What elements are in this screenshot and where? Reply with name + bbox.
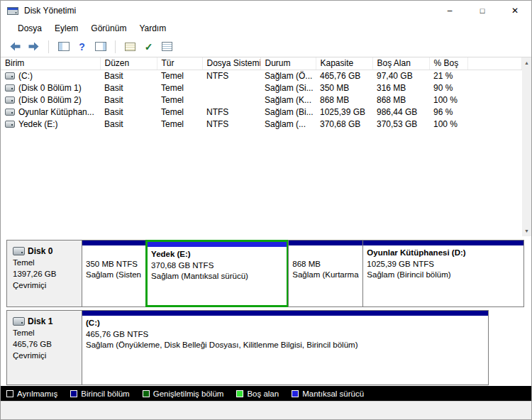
legend-item-bos-alan: Boş alan — [236, 389, 279, 398]
column-header-tur[interactable]: Tür — [157, 57, 202, 70]
partition-title: Oyunlar Kütüphanesi (D:) — [367, 248, 520, 259]
status-bar — [1, 401, 531, 419]
scroll-down-icon[interactable]: ▼ — [522, 226, 531, 236]
menu-item-yardim[interactable]: Yardım — [133, 21, 172, 36]
partition-size: 350 MB NTFS — [86, 259, 142, 270]
legend-swatch — [236, 390, 243, 397]
disk1-band: Disk 1 Temel 465,76 GB Çevrimiçi (C:) 46… — [6, 310, 524, 385]
menu-item-dosya[interactable]: Dosya — [11, 21, 48, 36]
volume-icon — [5, 109, 15, 116]
legend-label: Ayrılmamış — [17, 389, 57, 398]
titlebar: Disk Yönetimi – □ ✕ — [1, 1, 531, 21]
column-header-birim[interactable]: Birim — [1, 57, 100, 70]
disk-capacity: 1397,26 GB — [13, 268, 79, 280]
action-pane-icon[interactable] — [93, 39, 108, 54]
disk-type: Temel — [13, 257, 79, 268]
app-icon — [7, 6, 18, 16]
partition-color-strip — [148, 242, 287, 247]
graphical-view-pane: Disk 0 Temel 1397,26 GB Çevrimiçi 350 MB… — [1, 236, 531, 386]
column-header-dosya-sistemi[interactable]: Dosya Sistemi — [202, 57, 260, 70]
table-row-disk0-bolum2[interactable]: (Disk 0 Bölüm 2) Basit Temel Sağlam (K..… — [1, 94, 522, 106]
partition-status: Sağlam (Sisten — [86, 270, 142, 281]
legend-swatch — [292, 390, 299, 397]
disk-status: Çevrimiçi — [13, 280, 79, 291]
volume-icon — [5, 121, 15, 128]
scroll-up-icon[interactable]: ▲ — [522, 57, 531, 68]
help-icon[interactable]: ? — [74, 39, 89, 54]
vertical-scrollbar[interactable]: ▲ ▼ — [522, 57, 531, 236]
disk-name: Disk 0 — [28, 246, 52, 256]
legend-label: Birincil bölüm — [81, 389, 129, 398]
partition-yedek-e[interactable]: Yedek (E:) 370,68 GB NTFS Sağlam (Mantık… — [145, 240, 289, 307]
legend-item-mantiksal: Mantıksal sürücü — [292, 389, 364, 398]
forward-icon[interactable] — [26, 39, 41, 54]
menu-item-eylem[interactable]: Eylem — [48, 21, 84, 36]
legend-label: Genişletilmiş bölüm — [153, 389, 224, 398]
legend-bar: Ayrılmamış Birincil bölüm Genişletilmiş … — [1, 386, 531, 401]
partition-size: 868 MB — [292, 259, 359, 270]
menu-item-gorunum[interactable]: Görünüm — [84, 21, 133, 36]
table-row-c[interactable]: (C:) Basit Temel NTFS Sağlam (Ö... 465,7… — [1, 70, 522, 82]
disk1-partition-area: (C:) 465,76 GB NTFS Sağlam (Önyükleme, D… — [82, 310, 524, 385]
column-header-bos-alan[interactable]: Boş Alan — [372, 57, 429, 70]
partition-color-strip — [82, 311, 488, 316]
column-header-duzen[interactable]: Düzen — [100, 57, 157, 70]
volume-cell: Yedek (E:) — [1, 118, 100, 130]
volume-icon — [5, 84, 15, 92]
console-tree-icon[interactable] — [56, 39, 71, 54]
maximize-button[interactable]: □ — [466, 1, 499, 21]
toolbar: ? ✓ — [1, 36, 531, 57]
disk0-info[interactable]: Disk 0 Temel 1397,26 GB Çevrimiçi — [6, 240, 82, 307]
window-title: Disk Yönetimi — [24, 6, 76, 16]
toolbar-separator — [115, 40, 116, 53]
disk-capacity: 465,76 GB — [13, 338, 79, 350]
partition-oyunlar-d[interactable]: Oyunlar Kütüphanesi (D:) 1025,39 GB NTFS… — [362, 240, 524, 307]
minimize-button[interactable]: – — [433, 1, 466, 21]
disk1-info[interactable]: Disk 1 Temel 465,76 GB Çevrimiçi — [6, 310, 82, 385]
volume-list-pane: Birim Düzen Tür Dosya Sistemi Durum Kapa… — [1, 57, 531, 236]
partition-title: (C:) — [86, 318, 484, 329]
partition-size: 1025,39 GB NTFS — [367, 259, 520, 270]
dialog-icon[interactable] — [123, 39, 138, 54]
column-header-kapasite[interactable]: Kapasite — [316, 57, 372, 70]
disk-icon — [13, 247, 25, 255]
volume-icon — [5, 96, 15, 104]
close-button[interactable]: ✕ — [499, 1, 531, 21]
disk-status: Çevrimiçi — [13, 350, 79, 361]
column-header-yuzde-bos[interactable]: % Boş — [429, 57, 467, 70]
disk-icon — [13, 317, 25, 326]
table-row-oyunlar[interactable]: Oyunlar Kütüphan... Basit Temel NTFS Sağ… — [1, 106, 522, 118]
partition-title — [292, 248, 359, 259]
partition-title: Yedek (E:) — [151, 249, 283, 260]
partition-area-filler — [489, 310, 524, 385]
partition-868mb-recovery[interactable]: 868 MB Sağlam (Kurtarma — [288, 240, 363, 307]
legend-swatch — [6, 390, 13, 397]
volume-cell: (Disk 0 Bölüm 2) — [1, 94, 100, 106]
partition-size: 465,76 GB NTFS — [86, 329, 484, 341]
partition-c[interactable]: (C:) 465,76 GB NTFS Sağlam (Önyükleme, D… — [82, 310, 489, 385]
window-controls: – □ ✕ — [433, 1, 531, 21]
check-icon[interactable]: ✓ — [141, 39, 156, 54]
column-header-durum[interactable]: Durum — [260, 57, 316, 70]
legend-item-genisletilmis: Genişletilmiş bölüm — [143, 389, 224, 398]
list-icon[interactable] — [160, 39, 174, 54]
table-row-yedek[interactable]: Yedek (E:) Basit Temel NTFS Sağlam (... … — [1, 118, 522, 130]
volume-cell: Oyunlar Kütüphan... — [1, 106, 100, 118]
toolbar-separator — [48, 40, 49, 53]
legend-label: Mantıksal sürücü — [302, 389, 364, 398]
partition-status: Sağlam (Mantıksal sürücü) — [151, 271, 283, 282]
table-header-row: Birim Düzen Tür Dosya Sistemi Durum Kapa… — [1, 57, 522, 70]
legend-item-ayrilmamis: Ayrılmamış — [6, 389, 57, 398]
volume-table: Birim Düzen Tür Dosya Sistemi Durum Kapa… — [1, 57, 522, 130]
disk-type: Temel — [13, 327, 79, 338]
legend-swatch — [143, 390, 150, 397]
menubar: Dosya Eylem Görünüm Yardım — [1, 21, 531, 36]
legend-item-birincil: Birincil bölüm — [70, 389, 129, 398]
legend-swatch — [70, 390, 77, 397]
table-row-disk0-bolum1[interactable]: (Disk 0 Bölüm 1) Basit Temel Sağlam (Si.… — [1, 82, 522, 94]
back-icon[interactable] — [8, 39, 23, 54]
partition-status: Sağlam (Birincil bölüm) — [367, 270, 520, 281]
partition-350mb-system[interactable]: 350 MB NTFS Sağlam (Sisten — [82, 240, 146, 307]
disk-name: Disk 1 — [28, 316, 52, 326]
partition-color-strip — [289, 241, 362, 245]
